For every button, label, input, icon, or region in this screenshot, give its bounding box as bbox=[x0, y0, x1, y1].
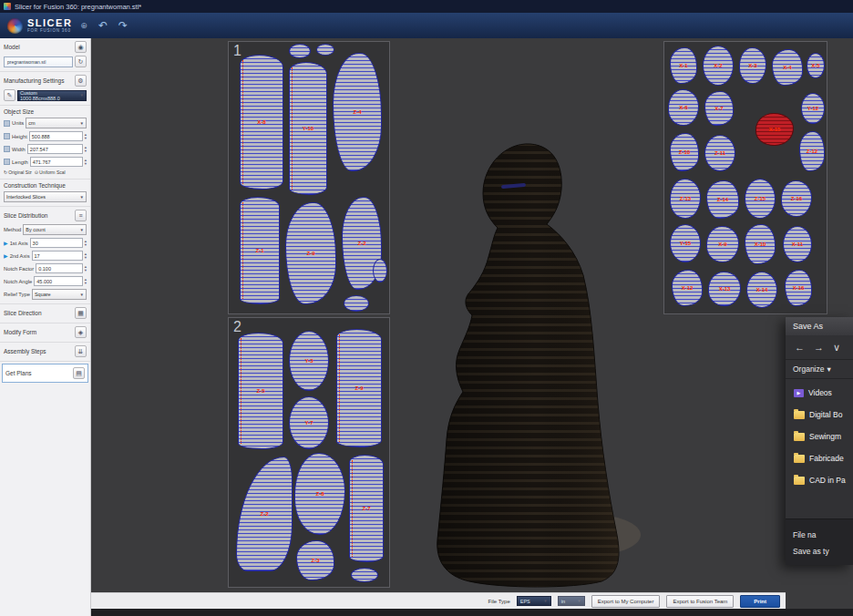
unit-dropdown[interactable]: in ▼ bbox=[558, 596, 585, 606]
slice-piece[interactable] bbox=[289, 44, 311, 58]
relief-dropdown[interactable]: Square ▼ bbox=[32, 289, 87, 300]
slice-piece[interactable]: X-7 bbox=[704, 91, 734, 126]
export-team-button[interactable]: Export to Fusion Team bbox=[666, 595, 734, 608]
slice-piece[interactable]: X-2 bbox=[703, 46, 734, 86]
assembly-steps-icon[interactable]: ⇊ bbox=[75, 345, 87, 357]
manufacturing-dropdown[interactable]: Custom 1000.88cmx888.0 ▼ bbox=[17, 90, 87, 101]
slice-piece[interactable]: Z-9 bbox=[285, 202, 336, 304]
notch-factor-stepper[interactable]: ▴ ▾ bbox=[85, 265, 87, 272]
layout-sheet-1[interactable]: 1 X-8Y-10Z-4Z-1Z-9Z-2 bbox=[228, 41, 390, 314]
slice-piece[interactable]: Z-14 bbox=[706, 180, 739, 219]
axis1-stepper[interactable]: ▴ ▾ bbox=[85, 240, 87, 247]
grid-icon[interactable]: ▦ bbox=[75, 307, 87, 319]
model-3d-view[interactable] bbox=[392, 129, 647, 590]
spin-down-icon[interactable]: ▾ bbox=[85, 162, 87, 166]
slice-piece[interactable]: Z-7 bbox=[349, 455, 384, 562]
file-type-dropdown[interactable]: EPS ▼ bbox=[517, 596, 551, 606]
gear-icon[interactable]: ⚙ bbox=[75, 75, 87, 87]
spin-down-icon[interactable]: ▾ bbox=[85, 137, 87, 140]
slice-piece[interactable]: Z-3 bbox=[296, 540, 334, 580]
slice-piece[interactable]: Z-5 bbox=[238, 333, 283, 449]
forward-icon[interactable]: → bbox=[814, 342, 824, 353]
undo-button[interactable]: ↶ bbox=[98, 20, 108, 31]
slice-piece[interactable]: Z-12 bbox=[799, 131, 825, 171]
slice-piece[interactable]: Z-1 bbox=[240, 197, 280, 304]
axis2-stepper[interactable]: ▴ ▾ bbox=[85, 252, 87, 260]
slice-piece[interactable]: Y-7 bbox=[289, 396, 329, 449]
list-icon[interactable]: ≡ bbox=[75, 210, 87, 221]
slice-piece[interactable]: Z-15 bbox=[745, 179, 776, 219]
get-plans-section[interactable]: Get Plans ▤ bbox=[2, 364, 88, 383]
slice-piece[interactable] bbox=[316, 44, 334, 56]
slice-piece[interactable]: X-4 bbox=[772, 49, 803, 86]
slice-piece[interactable]: X-6 bbox=[668, 89, 699, 126]
width-stepper[interactable]: ▴ ▾ bbox=[85, 146, 87, 153]
spin-down-icon[interactable]: ▾ bbox=[85, 269, 87, 272]
save-as-titlebar[interactable]: Save As bbox=[786, 317, 853, 335]
folder-item-videos[interactable]: ▶ Videos bbox=[786, 382, 853, 404]
slice-piece[interactable] bbox=[351, 568, 378, 582]
length-input[interactable]: 471.767 bbox=[30, 157, 83, 167]
spin-down-icon[interactable]: ▾ bbox=[85, 282, 87, 285]
height-stepper[interactable]: ▴ ▾ bbox=[85, 133, 87, 140]
slice-piece[interactable]: Z-13 bbox=[670, 179, 701, 219]
redo-button[interactable]: ↷ bbox=[118, 20, 128, 31]
folder-item[interactable]: Digital Bo bbox=[786, 404, 853, 426]
folder-item[interactable]: Sewingm bbox=[786, 426, 853, 447]
visibility-eye-icon[interactable]: ◉ bbox=[75, 41, 87, 53]
export-computer-button[interactable]: Export to My Computer bbox=[591, 595, 661, 608]
slice-piece[interactable]: X-16 bbox=[785, 270, 812, 306]
slice-piece[interactable] bbox=[373, 259, 387, 282]
slice-piece[interactable]: Y-15 bbox=[670, 224, 701, 262]
print-button[interactable]: Print bbox=[740, 595, 780, 608]
slice-piece[interactable] bbox=[344, 295, 369, 312]
spin-down-icon[interactable]: ▾ bbox=[85, 243, 87, 247]
layout-sheet-3[interactable]: X-1X-2X-3X-4X-5X-6X-7Y-12X-15Z-10Z-11Z-1… bbox=[663, 41, 827, 314]
slice-piece[interactable]: X-15 bbox=[755, 113, 794, 146]
notch-factor-input[interactable]: 0.100 bbox=[36, 263, 83, 273]
notch-angle-stepper[interactable]: ▴ ▾ bbox=[85, 278, 87, 285]
refresh-icon[interactable]: ↻ bbox=[75, 56, 87, 67]
slice-piece[interactable]: X-11 bbox=[783, 226, 812, 262]
back-icon[interactable]: ← bbox=[795, 342, 805, 353]
pencil-icon[interactable]: ✎ bbox=[4, 89, 15, 101]
get-plans-icon[interactable]: ▤ bbox=[73, 367, 85, 379]
height-input[interactable]: 500.888 bbox=[29, 131, 83, 141]
slice-piece[interactable]: Z-9 bbox=[336, 329, 382, 447]
slice-piece[interactable]: X-10 bbox=[745, 224, 776, 264]
slice-piece[interactable]: X-9 bbox=[706, 226, 739, 262]
info-icon[interactable]: ⊕ bbox=[80, 21, 87, 30]
method-dropdown[interactable]: By count ▼ bbox=[23, 224, 87, 235]
folder-item[interactable]: CAD in Pa bbox=[786, 469, 853, 491]
slice-piece[interactable]: Z-8 bbox=[294, 453, 345, 535]
modify-form-icon[interactable]: ◈ bbox=[75, 326, 87, 338]
slice-piece[interactable]: X-1 bbox=[670, 47, 697, 84]
slice-piece[interactable]: X-14 bbox=[746, 272, 777, 308]
slice-piece[interactable]: Z-11 bbox=[704, 135, 735, 171]
slice-piece[interactable]: Y-10 bbox=[289, 62, 327, 195]
spin-down-icon[interactable]: ▾ bbox=[85, 149, 87, 153]
axis2-input[interactable]: 17 bbox=[32, 251, 83, 261]
slice-piece[interactable]: Z-10 bbox=[670, 133, 699, 171]
slice-piece[interactable]: Y-3 bbox=[289, 331, 329, 391]
chevron-down-icon[interactable]: ∨ bbox=[833, 342, 840, 354]
slice-piece[interactable]: X-8 bbox=[240, 55, 283, 190]
original-size-button[interactable]: ↻ Original Siz bbox=[4, 169, 32, 175]
notch-angle-input[interactable]: 45.000 bbox=[34, 276, 82, 286]
spin-down-icon[interactable]: ▾ bbox=[85, 256, 87, 260]
viewport-3d[interactable]: 1 X-8Y-10Z-4Z-1Z-9Z-2 2 Z-5Y-3Z-9Y-7Z-2Z… bbox=[91, 38, 853, 616]
units-dropdown[interactable]: cm ▼ bbox=[26, 118, 87, 128]
layout-sheet-2[interactable]: 2 Z-5Y-3Z-9Y-7Z-2Z-8Z-7Z-3 bbox=[228, 317, 390, 588]
slice-piece[interactable]: Z-4 bbox=[333, 53, 382, 171]
slice-piece[interactable]: X-12 bbox=[672, 270, 703, 306]
model-file-button[interactable]: pregnantwoman.stl bbox=[4, 56, 73, 67]
width-input[interactable]: 207.547 bbox=[27, 144, 83, 154]
folder-item[interactable]: Fabricade bbox=[786, 447, 853, 469]
slice-piece[interactable]: X-13 bbox=[708, 272, 741, 306]
slice-piece[interactable]: Y-12 bbox=[801, 93, 825, 124]
organize-menu[interactable]: Organize ▾ bbox=[786, 360, 853, 379]
construction-dropdown[interactable]: Interlocked Slices ▼ bbox=[4, 191, 87, 202]
slice-piece[interactable]: Z-2 bbox=[236, 457, 293, 571]
slice-piece[interactable]: X-3 bbox=[739, 47, 766, 84]
slice-piece[interactable]: Z-16 bbox=[781, 180, 812, 217]
